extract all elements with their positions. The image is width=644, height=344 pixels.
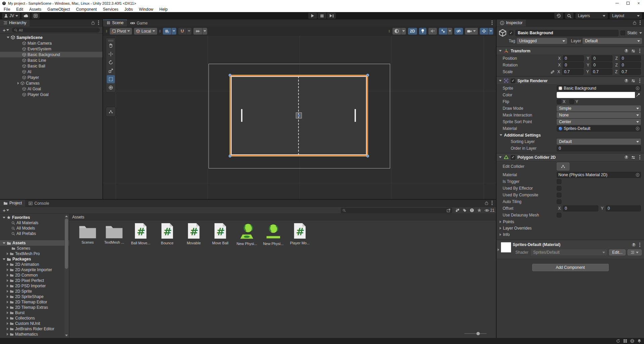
- scene-effects-toggle[interactable]: [439, 28, 447, 35]
- material-object-field[interactable]: Sprites-Default: [557, 126, 641, 132]
- favorites-filter-icon[interactable]: [477, 208, 481, 212]
- add-component-button[interactable]: Add Component: [532, 264, 609, 271]
- asset-item[interactable]: New Physi...: [261, 225, 286, 246]
- account-button[interactable]: JV: [2, 13, 20, 19]
- info-foldout[interactable]: Info: [497, 231, 644, 238]
- snap-toggle[interactable]: [178, 28, 186, 35]
- project-search[interactable]: [341, 208, 452, 213]
- toolbar-grip[interactable]: ‖: [388, 29, 390, 33]
- menu-file[interactable]: File: [1, 7, 13, 12]
- foldout-icon[interactable]: [499, 156, 502, 158]
- object-picker-icon[interactable]: [636, 127, 640, 131]
- foldout-icon[interactable]: [498, 248, 499, 251]
- minimize-button[interactable]: [612, 0, 623, 6]
- package-grid-icon[interactable]: [623, 339, 627, 343]
- grid-visibility-toggle[interactable]: [163, 28, 171, 35]
- presets-icon[interactable]: [631, 79, 636, 83]
- gameobject-cube-icon[interactable]: [499, 29, 507, 37]
- undo-history-button[interactable]: [554, 13, 563, 19]
- draw-mode-dropdown[interactable]: Simple: [557, 105, 641, 111]
- gizmos-menu[interactable]: [489, 28, 493, 35]
- asset-item[interactable]: Bounce: [154, 225, 180, 245]
- tree-folder[interactable]: Scenes: [0, 246, 69, 251]
- foldout-icon[interactable]: [499, 80, 502, 82]
- scale-y-field[interactable]: [591, 69, 612, 75]
- shading-mode-dropdown[interactable]: [393, 28, 401, 35]
- used-by-composite-checkbox[interactable]: [557, 193, 561, 197]
- shading-mode-menu[interactable]: [401, 28, 406, 35]
- visible-count[interactable]: 21: [485, 208, 495, 213]
- package-row[interactable]: 2D Animation: [0, 262, 69, 267]
- foldout-icon[interactable]: [499, 50, 502, 52]
- flip-x-checkbox[interactable]: [557, 99, 561, 104]
- rotation-x-field[interactable]: [563, 62, 584, 68]
- sprite-sort-point-dropdown[interactable]: Center: [557, 119, 641, 125]
- pause-button[interactable]: [318, 13, 326, 19]
- sprite-object-field[interactable]: Basic Background: [557, 85, 641, 91]
- favorite-item[interactable]: All Models: [0, 226, 69, 231]
- package-row[interactable]: 2D SpriteShape: [0, 294, 69, 299]
- notifications-bell-icon[interactable]: [637, 339, 641, 343]
- maximize-button[interactable]: [623, 0, 633, 6]
- sprite-pack-icon[interactable]: [455, 208, 460, 212]
- hierarchy-item[interactable]: Main Camera: [0, 40, 102, 46]
- snap-increment-button[interactable]: [193, 28, 202, 35]
- package-row[interactable]: 2D Sprite: [0, 289, 69, 294]
- collab-globe-icon[interactable]: [630, 339, 634, 343]
- active-checkbox[interactable]: ✓: [509, 31, 513, 35]
- hierarchy-item[interactable]: Player: [0, 75, 102, 80]
- move-gizmo[interactable]: [296, 112, 302, 118]
- 2d-mode-toggle[interactable]: 2D: [408, 28, 417, 35]
- snap-menu[interactable]: [187, 28, 191, 35]
- position-z-field[interactable]: [620, 55, 641, 61]
- eyedropper-icon[interactable]: [635, 92, 641, 98]
- hierarchy-item-selected[interactable]: Basic Background: [0, 52, 102, 57]
- audio-mute-toggle[interactable]: [428, 28, 437, 35]
- asset-item[interactable]: Movable: [181, 225, 206, 245]
- panel-menu-icon[interactable]: [97, 20, 100, 26]
- tab-hierarchy[interactable]: Hierarchy: [0, 19, 30, 27]
- palette-drag-handle[interactable]: [107, 39, 115, 41]
- layers-dropdown[interactable]: Layers: [576, 13, 608, 19]
- asset-item[interactable]: Scenes: [75, 225, 100, 244]
- color-field[interactable]: [557, 92, 641, 98]
- is-trigger-checkbox[interactable]: [557, 179, 561, 184]
- position-x-field[interactable]: [563, 55, 584, 61]
- hidden-objects-toggle[interactable]: [454, 28, 463, 35]
- panel-menu-icon[interactable]: [490, 20, 494, 26]
- panel-menu-icon[interactable]: [638, 20, 642, 26]
- close-button[interactable]: ×: [633, 0, 644, 6]
- static-checkbox[interactable]: [620, 31, 625, 35]
- mask-interaction-dropdown[interactable]: None: [557, 112, 641, 118]
- asset-item[interactable]: Player Mo...: [287, 225, 313, 245]
- alert-filter-icon[interactable]: [470, 208, 474, 212]
- used-by-effector-checkbox[interactable]: [557, 186, 561, 191]
- hierarchy-item[interactable]: EventSystem: [0, 46, 102, 52]
- play-button[interactable]: [308, 13, 317, 19]
- package-row[interactable]: 2D Common: [0, 273, 69, 278]
- color-swatch[interactable]: [557, 92, 635, 98]
- tab-inspector[interactable]: Inspector: [497, 19, 526, 27]
- asset-item[interactable]: Move Ball: [208, 225, 233, 245]
- create-asset-button[interactable]: +: [1, 208, 10, 212]
- hierarchy-item[interactable]: Canvas: [0, 80, 102, 86]
- rect-tool[interactable]: [107, 75, 115, 83]
- component-enabled-checkbox[interactable]: ✓: [511, 155, 515, 160]
- physics-material-object-field[interactable]: None (Physics Material 2D): [557, 172, 641, 178]
- hierarchy-search-input[interactable]: [19, 28, 97, 32]
- menu-assets[interactable]: Assets: [26, 7, 44, 12]
- unlink-scale-icon[interactable]: [550, 70, 555, 74]
- package-row[interactable]: 2D Tilemap Editor: [0, 299, 69, 305]
- hierarchy-item[interactable]: Player Goal: [0, 92, 102, 97]
- edit-collider-button[interactable]: [557, 162, 569, 170]
- gameobject-name-field[interactable]: [515, 30, 618, 36]
- hierarchy-item[interactable]: AI Goal: [0, 86, 102, 92]
- favorite-item[interactable]: All Materials: [0, 220, 69, 226]
- help-icon[interactable]: [624, 79, 629, 83]
- hierarchy-search[interactable]: [12, 28, 100, 33]
- rotate-tool[interactable]: [107, 58, 115, 66]
- scene-canvas[interactable]: [103, 36, 496, 199]
- open-search-window-icon[interactable]: [447, 208, 451, 212]
- scale-x-field[interactable]: [562, 69, 584, 75]
- scene-camera-dropdown[interactable]: [465, 28, 478, 35]
